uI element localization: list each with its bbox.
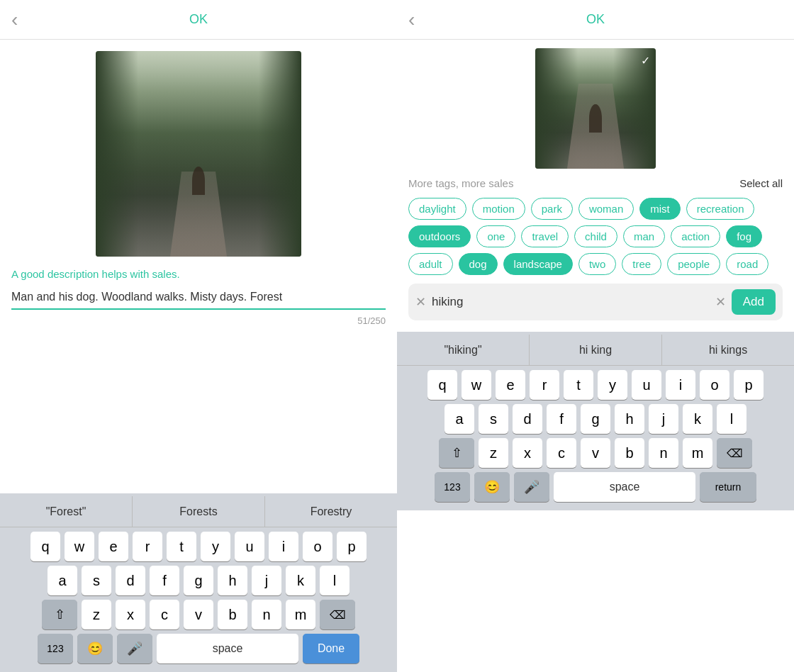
r-key-c[interactable]: c: [547, 438, 576, 468]
tag-daylight[interactable]: daylight: [408, 198, 466, 220]
r-key-return[interactable]: return: [700, 472, 756, 502]
key-z[interactable]: z: [82, 600, 111, 629]
key-done[interactable]: Done: [303, 634, 359, 663]
tag-adult[interactable]: adult: [408, 253, 453, 275]
r-key-u[interactable]: u: [632, 370, 661, 400]
right-back-button[interactable]: ‹: [408, 9, 415, 31]
suggestion-hiking-quoted[interactable]: "hiking": [397, 335, 530, 365]
r-key-e[interactable]: e: [496, 370, 525, 400]
key-b[interactable]: b: [218, 600, 247, 629]
key-x[interactable]: x: [116, 600, 145, 629]
key-space[interactable]: space: [157, 634, 298, 663]
r-key-f[interactable]: f: [547, 404, 576, 434]
r-key-123[interactable]: 123: [435, 472, 470, 502]
r-key-delete[interactable]: ⌫: [717, 438, 752, 468]
suggestion-forestry[interactable]: Forestry: [265, 496, 397, 527]
r-key-n[interactable]: n: [649, 438, 678, 468]
tag-action[interactable]: action: [671, 225, 720, 247]
r-key-j[interactable]: j: [649, 404, 678, 434]
search-close-button[interactable]: ✕: [415, 294, 426, 310]
key-g[interactable]: g: [184, 566, 213, 595]
r-key-shift[interactable]: ⇧: [439, 438, 474, 468]
key-123[interactable]: 123: [38, 634, 73, 663]
tag-road[interactable]: road: [726, 253, 768, 275]
r-key-i[interactable]: i: [666, 370, 695, 400]
key-k[interactable]: k: [286, 566, 315, 595]
key-mic[interactable]: 🎤: [117, 634, 152, 663]
suggestion-hi-king[interactable]: hi king: [530, 335, 662, 365]
tag-people[interactable]: people: [667, 253, 720, 275]
key-h[interactable]: h: [218, 566, 247, 595]
key-r[interactable]: r: [133, 532, 162, 561]
r-key-m[interactable]: m: [683, 438, 712, 468]
tag-recreation[interactable]: recreation: [686, 198, 755, 220]
select-all-button[interactable]: Select all: [739, 177, 783, 189]
key-u[interactable]: u: [235, 532, 264, 561]
key-s[interactable]: s: [82, 566, 111, 595]
key-a[interactable]: a: [47, 566, 77, 595]
r-key-q[interactable]: q: [427, 370, 457, 400]
r-key-mic[interactable]: 🎤: [514, 472, 549, 502]
r-key-w[interactable]: w: [462, 370, 491, 400]
tag-child[interactable]: child: [574, 225, 617, 247]
tag-landscape[interactable]: landscape: [503, 253, 573, 275]
key-delete[interactable]: ⌫: [320, 600, 355, 629]
r-key-g[interactable]: g: [581, 404, 610, 434]
key-v[interactable]: v: [184, 600, 213, 629]
r-key-s[interactable]: s: [479, 404, 508, 434]
left-back-button[interactable]: ‹: [11, 9, 18, 31]
r-key-d[interactable]: d: [513, 404, 542, 434]
r-key-t[interactable]: t: [564, 370, 593, 400]
description-text[interactable]: Man and his dog. Woodland walks. Misty d…: [11, 289, 386, 306]
r-key-l[interactable]: l: [717, 404, 747, 434]
add-button[interactable]: Add: [732, 289, 776, 315]
r-key-x[interactable]: x: [513, 438, 542, 468]
key-y[interactable]: y: [201, 532, 230, 561]
tag-two[interactable]: two: [578, 253, 616, 275]
tag-dog[interactable]: dog: [459, 253, 498, 275]
r-key-k[interactable]: k: [683, 404, 712, 434]
r-key-y[interactable]: y: [598, 370, 627, 400]
r-key-z[interactable]: z: [479, 438, 508, 468]
r-key-emoji[interactable]: 😊: [474, 472, 510, 502]
tag-mist[interactable]: mist: [639, 198, 681, 220]
key-i[interactable]: i: [269, 532, 298, 561]
tag-woman[interactable]: woman: [578, 198, 634, 220]
suggestion-forests[interactable]: Forests: [133, 496, 265, 527]
key-t[interactable]: t: [167, 532, 196, 561]
key-o[interactable]: o: [303, 532, 332, 561]
key-l[interactable]: l: [320, 566, 350, 595]
r-key-space[interactable]: space: [554, 472, 695, 502]
r-key-b[interactable]: b: [615, 438, 644, 468]
tag-travel[interactable]: travel: [521, 225, 569, 247]
tag-fog[interactable]: fog: [726, 225, 762, 247]
key-j[interactable]: j: [252, 566, 281, 595]
tag-one[interactable]: one: [476, 225, 515, 247]
key-q[interactable]: q: [30, 532, 60, 561]
tag-park[interactable]: park: [531, 198, 573, 220]
right-ok-button[interactable]: OK: [586, 12, 605, 27]
key-shift[interactable]: ⇧: [42, 600, 77, 629]
key-m[interactable]: m: [286, 600, 315, 629]
key-w[interactable]: w: [65, 532, 94, 561]
r-key-o[interactable]: o: [700, 370, 729, 400]
tag-motion[interactable]: motion: [472, 198, 525, 220]
suggestion-forest-quoted[interactable]: "Forest": [0, 496, 133, 527]
left-ok-button[interactable]: OK: [189, 12, 208, 27]
key-c[interactable]: c: [150, 600, 179, 629]
r-key-h[interactable]: h: [615, 404, 644, 434]
key-p[interactable]: p: [337, 532, 367, 561]
tag-outdoors[interactable]: outdoors: [408, 225, 471, 247]
r-key-p[interactable]: p: [734, 370, 764, 400]
key-d[interactable]: d: [116, 566, 145, 595]
key-emoji[interactable]: 😊: [77, 634, 113, 663]
tag-tree[interactable]: tree: [622, 253, 661, 275]
key-f[interactable]: f: [150, 566, 179, 595]
search-input[interactable]: [432, 295, 710, 309]
key-n[interactable]: n: [252, 600, 281, 629]
search-clear-button[interactable]: ✕: [715, 294, 726, 310]
r-key-v[interactable]: v: [581, 438, 610, 468]
suggestion-hi-kings[interactable]: hi kings: [662, 335, 794, 365]
key-e[interactable]: e: [99, 532, 128, 561]
tag-man[interactable]: man: [623, 225, 665, 247]
